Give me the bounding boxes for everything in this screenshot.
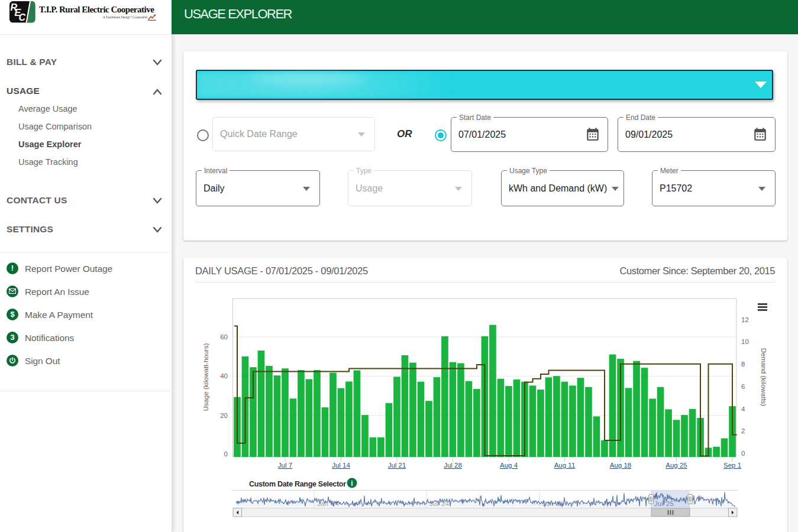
svg-text:Jul 14: Jul 14 [332,462,350,469]
svg-text:12: 12 [741,316,749,323]
svg-text:Custom Date Range Selector: Custom Date Range Selector [249,480,346,488]
svg-text:20: 20 [220,412,228,419]
svg-text:2: 2 [741,427,745,434]
svg-text:Jul 28: Jul 28 [444,462,462,469]
svg-text:Jul 7: Jul 7 [278,462,292,469]
svg-text:Jul 21: Jul 21 [388,462,406,469]
svg-text:Demand (kilowatts): Demand (kilowatts) [760,348,767,407]
svg-text:8: 8 [741,361,745,368]
svg-text:Aug 11: Aug 11 [554,462,576,469]
svg-text:Aug 25: Aug 25 [665,462,687,469]
svg-text:Aug 18: Aug 18 [610,462,631,469]
svg-text:4: 4 [741,406,745,413]
svg-text:0: 0 [741,450,745,457]
svg-text:60: 60 [220,333,228,340]
svg-text:6: 6 [741,383,745,390]
svg-text:i: i [351,479,353,488]
svg-text:0: 0 [224,450,228,458]
svg-text:Aug 4: Aug 4 [500,462,518,469]
svg-text:10: 10 [741,338,749,345]
svg-text:40: 40 [220,372,228,379]
svg-text:Usage (kilowatt-hours): Usage (kilowatt-hours) [202,343,209,411]
svg-text:Sep 1: Sep 1 [723,462,741,469]
